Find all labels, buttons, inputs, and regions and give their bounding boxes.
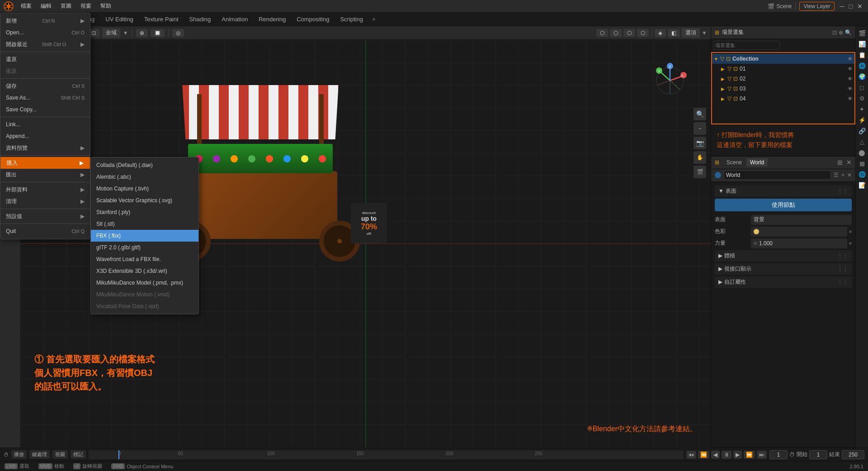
outliner-row-04[interactable]: ▶ ▽ ⊡ 04 👁 <box>712 94 854 104</box>
props-tab-scene[interactable]: Scene <box>723 158 745 167</box>
viewport-shading-look[interactable]: ⬡ <box>623 29 635 37</box>
timeline-playback-btn[interactable]: 播放 <box>11 450 27 459</box>
item04-visibility-icon[interactable]: 👁 <box>848 96 853 101</box>
cursor-btn[interactable]: ⊕ <box>136 29 148 37</box>
timeline-track[interactable]: 0 50 100 150 200 250 <box>89 450 684 459</box>
next-keyframe-btn[interactable]: ⏭ <box>757 451 767 459</box>
menu-open-recent[interactable]: 開啟最近 Shift Ctrl O ▶ <box>0 38 90 50</box>
viewport-overlays-btn[interactable]: ◈ <box>655 29 666 37</box>
icon-object-data[interactable]: △ <box>857 137 867 147</box>
menu-save-as[interactable]: Save As... Shift Ctrl S <box>0 92 90 104</box>
viewport-gizmo[interactable]: X Y Z <box>652 62 688 99</box>
strength-value[interactable]: 1.000 <box>751 238 847 248</box>
use-nodes-button[interactable]: 使用節點 <box>715 199 852 211</box>
outliner-filter2-icon[interactable]: ⊕ <box>839 29 843 36</box>
import-wavefront[interactable]: Wavefront Load a FBX file. <box>91 253 198 265</box>
outliner-row-03[interactable]: ▶ ▽ ⊡ 03 👁 <box>712 84 854 94</box>
menu-external-data[interactable]: 外部資料 ▶ <box>0 184 90 195</box>
jump-start-btn[interactable]: ⏪ <box>698 451 709 459</box>
icon-material[interactable]: ⬤ <box>857 147 867 157</box>
xray-btn[interactable]: ◧ <box>668 29 680 37</box>
menu-append[interactable]: Append... <box>0 130 90 142</box>
icon-scene[interactable]: 🌐 <box>857 61 867 71</box>
import-collada[interactable]: Collada (Default) (.dae) <box>91 159 198 171</box>
current-frame-input[interactable] <box>769 450 788 459</box>
surface-value[interactable]: 背景 <box>751 215 852 225</box>
view-layer-label[interactable]: View Layer <box>803 3 830 10</box>
import-svg[interactable]: Scalable Vector Graphics (.svg) <box>91 195 198 206</box>
import-submenu[interactable]: Collada (Default) (.dae) Alembic (.abc) … <box>90 157 199 314</box>
maximize-btn[interactable]: □ <box>847 3 854 10</box>
world-new-icon[interactable]: + <box>841 172 844 178</box>
play-forward-btn[interactable]: ▶ <box>733 451 742 459</box>
menu-save-copy[interactable]: Save Copy... <box>0 104 90 115</box>
icon-camera-render[interactable]: 🎬 <box>857 28 867 38</box>
tab-texture-paint[interactable]: Texture Paint <box>139 14 184 24</box>
item03-visibility-icon[interactable]: 👁 <box>848 86 853 91</box>
menu-import[interactable]: 匯入 ▶ <box>0 157 90 169</box>
world-unlink-icon[interactable]: ✕ <box>847 172 852 178</box>
timeline-view-btn[interactable]: 視圖 <box>52 450 68 459</box>
outliner-row-collection[interactable]: ▼ ▽ ⊡ Collection 👁 <box>712 54 854 64</box>
import-mmd-motion[interactable]: MikuMikuDance Motion (.vmd) <box>91 289 198 300</box>
tab-animation[interactable]: Animation <box>216 14 253 24</box>
surface-section-toggle[interactable]: ▼ 表面 ⋮⋮ <box>715 186 852 197</box>
add-workspace-button[interactable]: + <box>368 14 379 24</box>
icon-texture[interactable]: ▦ <box>857 158 867 168</box>
outliner-row-01[interactable]: ▶ ▽ ⊡ 01 👁 <box>712 64 854 74</box>
timeline-marker-btn[interactable]: 標記 <box>71 450 86 459</box>
import-motion-capture[interactable]: Motion Capture (.bvh) <box>91 183 198 195</box>
icon-view-layer[interactable]: 📋 <box>857 50 867 60</box>
icon-physics[interactable]: ⚡ <box>857 115 867 125</box>
import-stanford[interactable]: Stanford (.ply) <box>91 206 198 218</box>
viewport-select-area[interactable]: 選項 <box>682 28 700 38</box>
color-swatch[interactable] <box>754 229 759 234</box>
proportional-btn[interactable]: ◎ <box>172 29 184 37</box>
import-alembic[interactable]: Alembic (.abc) <box>91 171 198 183</box>
outliner-filter-icon[interactable]: ⊡ <box>832 29 837 36</box>
props-close-icon[interactable]: ✕ <box>846 159 852 166</box>
play-reverse-btn[interactable]: ◀ <box>711 451 720 459</box>
outliner-row-02[interactable]: ▶ ▽ ⊡ 02 👁 <box>712 74 854 84</box>
icon-render-output[interactable]: 📊 <box>857 39 867 49</box>
end-frame-input[interactable] <box>842 450 864 459</box>
icon-particles[interactable]: ✦ <box>857 104 867 114</box>
menu-link[interactable]: Link... <box>0 119 90 130</box>
import-mmd-model[interactable]: MikuMikuDance Model (.pmd, .pmx) <box>91 277 198 289</box>
custom-section-toggle[interactable]: ▶ 自訂屬性 ⋮⋮ <box>715 276 852 288</box>
menu-edit[interactable]: 編輯 <box>37 1 55 11</box>
viewport-section-toggle[interactable]: ▶ 視接口顯示 ⋮⋮ <box>715 263 852 275</box>
prev-keyframe-btn[interactable]: ⏮ <box>686 451 696 459</box>
tab-compositing[interactable]: Compositing <box>291 14 335 24</box>
icon-world[interactable]: 🌍 <box>857 71 867 81</box>
menu-data-preview[interactable]: 資料預覽 ▶ <box>0 142 90 154</box>
hand-tool-btn[interactable]: ✋ <box>693 151 706 164</box>
timeline-keymap-btn[interactable]: 鍵處理 <box>29 450 50 459</box>
props-options-icon[interactable]: ⊞ <box>837 159 843 166</box>
icon-scripting[interactable]: 📝 <box>857 180 867 190</box>
snap-btn[interactable]: 🔲 <box>151 29 165 37</box>
menu-recover[interactable]: 復原 <box>0 65 90 77</box>
menu-revert[interactable]: 還原 <box>0 53 90 65</box>
select-box-btn[interactable]: 全域 <box>102 28 120 38</box>
props-tab-world[interactable]: World <box>746 158 768 167</box>
outliner-search-icon[interactable]: 🔍 <box>845 29 852 36</box>
movie-btn[interactable]: 🎬 <box>693 166 706 178</box>
close-btn[interactable]: ✕ <box>855 3 864 10</box>
menu-file[interactable]: 檔案 <box>17 1 35 11</box>
play-btn[interactable]: ⏸ <box>722 451 731 459</box>
menu-open[interactable]: Open... Ctrl O <box>0 27 90 38</box>
start-frame-input[interactable] <box>809 450 827 459</box>
icon-constraints[interactable]: 🔗 <box>857 126 867 136</box>
import-stl[interactable]: Stl (.stl) <box>91 218 198 230</box>
zoom-in-btn[interactable]: 🔍 <box>693 108 706 120</box>
menu-help[interactable]: 幫助 <box>97 1 115 11</box>
viewport-shading-solid[interactable]: ⬡ <box>610 29 622 37</box>
icon-world-active[interactable]: 🌐 <box>857 169 867 179</box>
viewport-shading-wire[interactable]: ⬡ <box>596 29 608 37</box>
import-fbx[interactable]: FBX (.fbx) <box>91 230 198 242</box>
jump-end-btn[interactable]: ⏩ <box>744 451 755 459</box>
menu-render[interactable]: 算圖 <box>57 1 75 11</box>
menu-export[interactable]: 匯出 ▶ <box>0 169 90 181</box>
menu-clean[interactable]: 清理 ▶ <box>0 195 90 207</box>
